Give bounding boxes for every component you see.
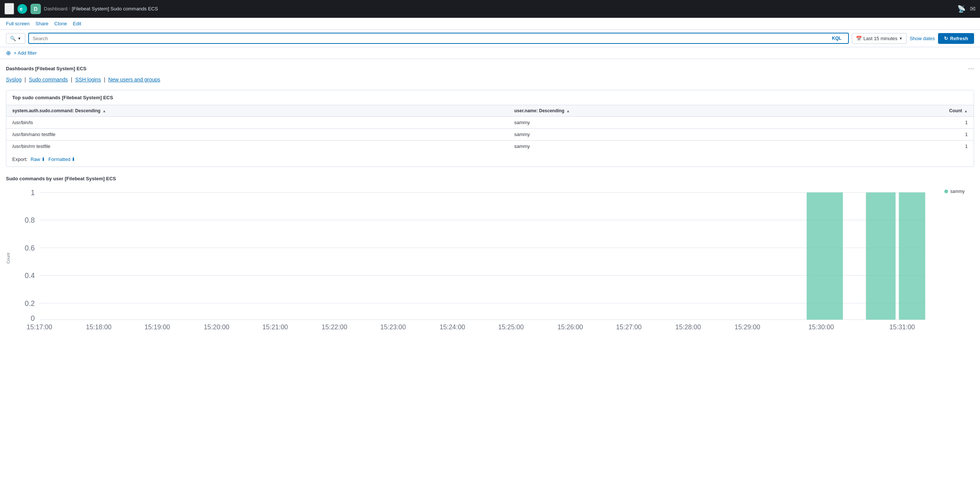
- chevron-down-icon: ▼: [899, 37, 903, 40]
- export-row: Export: Raw ⬇ Formatted ⬇: [6, 152, 974, 167]
- add-filter-button[interactable]: + Add filter: [14, 50, 37, 56]
- svg-text:1: 1: [31, 188, 35, 197]
- legend-label-sammy: sammy: [950, 189, 965, 194]
- cell-username: sammy: [508, 129, 829, 140]
- chart-legend: sammy: [944, 186, 974, 194]
- breadcrumb-current: [Filebeat System] Sudo commands ECS: [72, 6, 158, 11]
- svg-text:15:17:00: 15:17:00: [27, 323, 52, 331]
- refresh-button[interactable]: ↻ Refresh: [938, 33, 974, 44]
- svg-text:15:28:00: 15:28:00: [675, 323, 701, 331]
- chart-container: Count 1 0.8 0.6 0.4 0.2 0: [6, 186, 974, 331]
- search-type-select[interactable]: 🔍 ▼: [6, 33, 25, 44]
- elastic-logo: e: [17, 4, 27, 14]
- dashboard-title: Dashboards [Filebeat System] ECS: [6, 66, 87, 72]
- col-header-command[interactable]: system.auth.sudo.command: Descending ▲: [6, 105, 508, 117]
- col-header-count[interactable]: Count ▲: [829, 105, 974, 117]
- search-input[interactable]: [33, 36, 829, 41]
- calendar-icon: 📅: [856, 36, 862, 41]
- panel-title: Top sudo commands [Filebeat System] ECS: [6, 90, 974, 105]
- tab-new-users[interactable]: New users and groups: [108, 76, 160, 83]
- table-row: /usr/bin/nano testfile sammy 1: [6, 129, 974, 140]
- sudo-commands-table: system.auth.sudo.command: Descending ▲ u…: [6, 105, 974, 152]
- svg-text:15:19:00: 15:19:00: [145, 323, 170, 331]
- cell-count: 1: [829, 129, 974, 140]
- show-dates-button[interactable]: Show dates: [910, 36, 935, 41]
- kql-button[interactable]: KQL: [829, 35, 845, 41]
- tab-ssh-logins[interactable]: SSH logins: [75, 76, 101, 83]
- top-nav: ☰ e D Dashboard / [Filebeat System] Sudo…: [0, 0, 980, 18]
- sort-icon-count: ▲: [964, 109, 968, 113]
- news-icon[interactable]: 📡: [957, 5, 966, 13]
- svg-text:15:24:00: 15:24:00: [439, 323, 465, 331]
- edit-button[interactable]: Edit: [73, 21, 81, 26]
- svg-text:15:21:00: 15:21:00: [262, 323, 288, 331]
- sudo-commands-chart-panel: Sudo commands by user [Filebeat System] …: [6, 176, 974, 331]
- dashboard-nav-tabs: Syslog | Sudo commands | SSH logins | Ne…: [6, 76, 974, 83]
- cell-username: sammy: [508, 140, 829, 152]
- export-formatted-link[interactable]: Formatted ⬇: [48, 156, 75, 162]
- svg-text:15:25:00: 15:25:00: [498, 323, 524, 331]
- tab-separator-2: |: [71, 76, 72, 83]
- tab-syslog[interactable]: Syslog: [6, 76, 22, 83]
- time-label: Last 15 minutes: [863, 36, 897, 41]
- chart-title: Sudo commands by user [Filebeat System] …: [6, 176, 974, 182]
- top-sudo-commands-panel: Top sudo commands [Filebeat System] ECS …: [6, 90, 974, 167]
- search-input-wrap: KQL: [28, 33, 849, 44]
- search-bar: 🔍 ▼ KQL 📅 Last 15 minutes ▼ Show dates ↻…: [0, 30, 980, 47]
- svg-text:e: e: [20, 6, 23, 12]
- svg-text:0.4: 0.4: [25, 271, 35, 280]
- cell-count: 1: [829, 140, 974, 152]
- main-content: Dashboards [Filebeat System] ECS ⋯ Syslo…: [0, 59, 980, 346]
- filter-row: ⊕ + Add filter: [0, 47, 980, 59]
- svg-text:15:31:00: 15:31:00: [889, 323, 915, 331]
- svg-text:0.2: 0.2: [25, 299, 35, 307]
- search-type-icon: 🔍: [10, 36, 16, 41]
- svg-text:15:18:00: 15:18:00: [86, 323, 111, 331]
- download-icon: ⬇: [41, 156, 45, 162]
- table-row: /usr/bin/ls sammy 1: [6, 117, 974, 129]
- svg-text:0.6: 0.6: [25, 244, 35, 252]
- fullscreen-button[interactable]: Full screen: [6, 21, 30, 26]
- export-raw-link[interactable]: Raw ⬇: [30, 156, 45, 162]
- col-header-username[interactable]: user.name: Descending ▲: [508, 105, 829, 117]
- cell-count: 1: [829, 117, 974, 129]
- hamburger-button[interactable]: ☰: [5, 3, 14, 14]
- breadcrumb-separator: /: [69, 6, 71, 11]
- bar-15-30: [807, 193, 843, 320]
- chevron-down-icon: ▼: [18, 37, 21, 40]
- clone-button[interactable]: Clone: [54, 21, 67, 26]
- svg-text:15:26:00: 15:26:00: [557, 323, 583, 331]
- cell-command: /usr/bin/ls: [6, 117, 508, 129]
- cell-username: sammy: [508, 117, 829, 129]
- cell-command: /usr/bin/nano testfile: [6, 129, 508, 140]
- filter-icon[interactable]: ⊕: [6, 49, 11, 56]
- download-icon: ⬇: [71, 156, 75, 162]
- svg-text:0: 0: [31, 314, 35, 322]
- share-button[interactable]: Share: [36, 21, 49, 26]
- action-bar: Full screen Share Clone Edit: [0, 18, 980, 30]
- tab-sudo-commands[interactable]: Sudo commands: [29, 76, 68, 83]
- breadcrumb-parent[interactable]: Dashboard: [44, 6, 68, 11]
- svg-text:15:22:00: 15:22:00: [322, 323, 347, 331]
- dashboard-header: Dashboards [Filebeat System] ECS ⋯: [6, 65, 974, 72]
- breadcrumb: Dashboard / [Filebeat System] Sudo comma…: [44, 6, 955, 11]
- svg-text:15:29:00: 15:29:00: [735, 323, 760, 331]
- tab-separator-3: |: [104, 76, 105, 83]
- app-icon: D: [30, 4, 41, 14]
- export-label: Export:: [12, 156, 27, 162]
- time-picker-button[interactable]: 📅 Last 15 minutes ▼: [852, 33, 907, 44]
- bar-15-31a: [866, 193, 896, 320]
- refresh-icon: ↻: [944, 36, 948, 41]
- dashboard-options-button[interactable]: ⋯: [968, 65, 974, 72]
- svg-text:15:30:00: 15:30:00: [808, 323, 834, 331]
- svg-text:15:23:00: 15:23:00: [380, 323, 406, 331]
- y-axis-label: Count: [6, 253, 10, 264]
- legend-item-sammy: sammy: [944, 189, 974, 194]
- sort-icon-username: ▲: [566, 109, 570, 113]
- svg-text:0.8: 0.8: [25, 216, 35, 224]
- chart-inner: 1 0.8 0.6 0.4 0.2 0: [16, 186, 939, 331]
- bar-15-31b: [899, 193, 925, 320]
- legend-color-sammy: [944, 190, 948, 193]
- mail-icon[interactable]: ✉: [970, 5, 975, 13]
- svg-text:15:20:00: 15:20:00: [204, 323, 229, 331]
